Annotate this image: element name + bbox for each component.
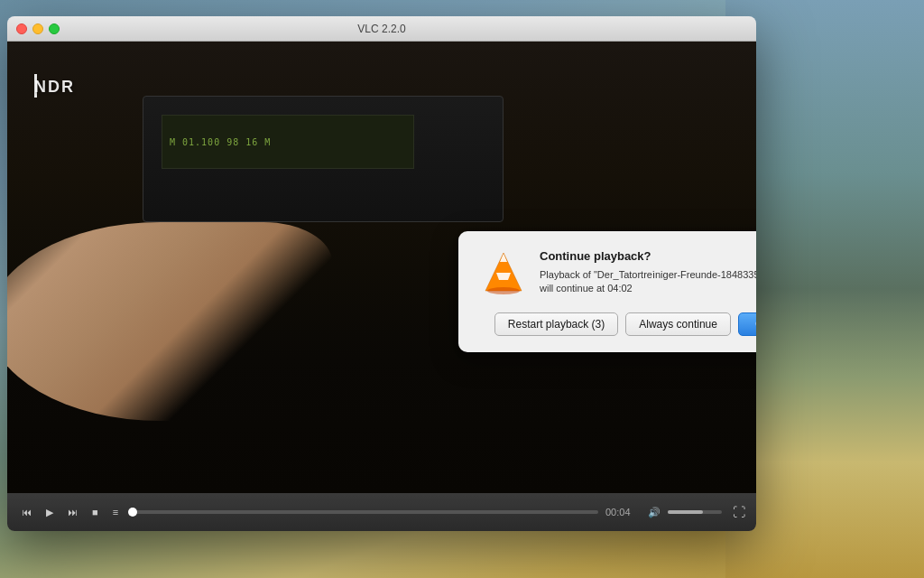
vlc-window: VLC 2.2.0 M 01.100 98 16 M NDR xyxy=(7,16,756,531)
maximize-button[interactable] xyxy=(49,23,60,34)
progress-bar[interactable] xyxy=(129,510,598,514)
restart-playback-button[interactable]: Restart playback (3) xyxy=(494,312,618,336)
volume-area: 🔊 xyxy=(644,505,722,520)
continue-dialog: Continue playback? Playback of "Der_Tato… xyxy=(458,231,756,352)
progress-dot xyxy=(128,508,137,517)
title-bar: VLC 2.2.0 xyxy=(7,16,756,42)
svg-marker-3 xyxy=(485,253,522,291)
hand-element xyxy=(7,222,332,421)
volume-fill xyxy=(668,510,703,514)
fast-forward-button[interactable]: ⏭ xyxy=(64,505,81,519)
fullscreen-button[interactable]: ⛶ xyxy=(733,505,745,519)
volume-icon[interactable]: 🔊 xyxy=(644,505,664,520)
title-bar-buttons xyxy=(16,23,60,34)
svg-point-4 xyxy=(487,287,520,294)
continue-button[interactable]: Continue xyxy=(738,312,756,336)
dialog-buttons: Restart playback (3) Always continue Con… xyxy=(480,312,756,336)
control-bar: ⏮ ▶ ⏭ ■ ≡ 00:04 🔊 ⛶ xyxy=(7,493,756,531)
play-button[interactable]: ▶ xyxy=(42,505,57,520)
rewind-button[interactable]: ⏮ xyxy=(18,505,35,519)
stop-button[interactable]: ■ xyxy=(88,505,102,519)
minimize-button[interactable] xyxy=(32,23,43,34)
playlist-button[interactable]: ≡ xyxy=(109,505,122,519)
ndr-watermark: NDR xyxy=(34,78,75,97)
radio-digits: M 01.100 98 16 M xyxy=(170,137,271,147)
radio-display: M 01.100 98 16 M xyxy=(162,115,414,169)
dialog-header: Continue playback? Playback of "Der_Tato… xyxy=(480,249,756,296)
always-continue-button[interactable]: Always continue xyxy=(625,312,731,336)
vlc-cone-icon xyxy=(480,249,527,296)
dialog-text-area: Continue playback? Playback of "Der_Tato… xyxy=(540,249,756,296)
video-area[interactable]: M 01.100 98 16 M NDR xyxy=(7,42,756,493)
volume-slider[interactable] xyxy=(668,510,722,514)
dialog-message: Playback of "Der_Tatortrei̇niger-Freunde… xyxy=(540,268,756,296)
dialog-title: Continue playback? xyxy=(540,249,756,263)
window-title: VLC 2.2.0 xyxy=(357,23,405,35)
close-button[interactable] xyxy=(16,23,27,34)
radio-panel: M 01.100 98 16 M xyxy=(143,96,504,222)
time-display: 00:04 xyxy=(605,507,637,517)
